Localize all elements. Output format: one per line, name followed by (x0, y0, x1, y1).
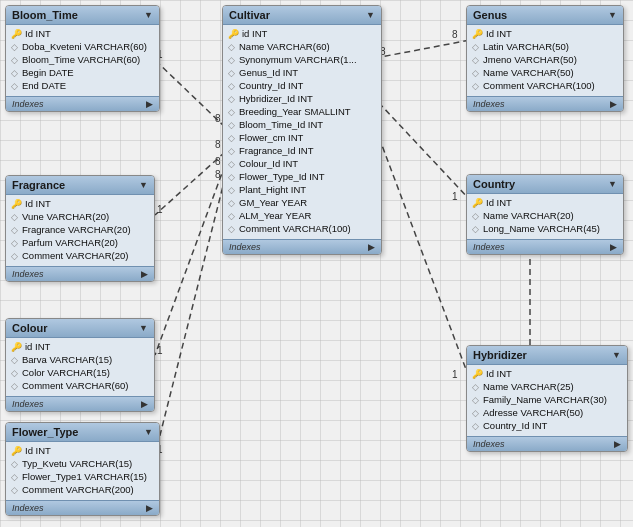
footer-indexes: Indexes (473, 99, 505, 109)
field-text: Family_Name VARCHAR(30) (483, 394, 607, 405)
colour-header-icon: ▼ (139, 323, 148, 333)
field-text: Flower_Type1 VARCHAR(15) (22, 471, 147, 482)
field-text: Country_Id INT (239, 80, 303, 91)
table-cultivar[interactable]: Cultivar ▼ 🔑id INT ◇Name VARCHAR(60) ◇Sy… (222, 5, 382, 255)
field-text: Flower_Type_Id INT (239, 171, 325, 182)
table-row: ◇Jmeno VARCHAR(50) (467, 53, 623, 66)
footer-indexes: Indexes (12, 99, 44, 109)
pk-icon: 🔑 (228, 29, 239, 39)
table-flower-type-title: Flower_Type (12, 426, 78, 438)
table-cultivar-footer[interactable]: Indexes ▶ (223, 239, 381, 254)
table-genus[interactable]: Genus ▼ 🔑Id INT ◇Latin VARCHAR(50) ◇Jmen… (466, 5, 624, 112)
table-flower-type[interactable]: Flower_Type ▼ 🔑Id INT ◇Typ_Kvetu VARCHAR… (5, 422, 160, 516)
fk-icon: ◇ (11, 459, 19, 469)
table-hybridizer-header: Hybridizer ▼ (467, 346, 627, 365)
table-colour[interactable]: Colour ▼ 🔑id INT ◇Barva VARCHAR(15) ◇Col… (5, 318, 155, 412)
fk-icon: ◇ (11, 55, 19, 65)
table-bloom-time-footer[interactable]: Indexes ▶ (6, 96, 159, 111)
table-row: 🔑Id INT (467, 27, 623, 40)
pk-icon: 🔑 (472, 29, 483, 39)
field-text: Bloom_Time_Id INT (239, 119, 323, 130)
table-flower-type-footer[interactable]: Indexes ▶ (6, 500, 159, 515)
fk-icon: ◇ (11, 42, 19, 52)
table-row: 🔑id INT (6, 340, 154, 353)
fk-icon: ◇ (11, 485, 19, 495)
field-text: id INT (242, 28, 267, 39)
bloom-time-header-icon: ▼ (144, 10, 153, 20)
table-fragrance-footer[interactable]: Indexes ▶ (6, 266, 154, 281)
table-row: ◇Latin VARCHAR(50) (467, 40, 623, 53)
field-text: Colour_Id INT (239, 158, 298, 169)
table-row: ◇Barva VARCHAR(15) (6, 353, 154, 366)
field-text: Barva VARCHAR(15) (22, 354, 112, 365)
fk-icon: ◇ (472, 421, 480, 431)
svg-line-18 (155, 178, 225, 455)
table-cultivar-header: Cultivar ▼ (223, 6, 381, 25)
field-text: GM_Year YEAR (239, 197, 307, 208)
table-row: ◇Name VARCHAR(25) (467, 380, 627, 393)
table-bloom-time[interactable]: Bloom_Time ▼ 🔑Id INT ◇Doba_Kveteni VARCH… (5, 5, 160, 112)
field-text: Name VARCHAR(60) (239, 41, 330, 52)
cultivar-header-icon: ▼ (366, 10, 375, 20)
table-fragrance-body: 🔑Id INT ◇Vune VARCHAR(20) ◇Fragrance VAR… (6, 195, 154, 264)
table-hybridizer-body: 🔑Id INT ◇Name VARCHAR(25) ◇Family_Name V… (467, 365, 627, 434)
fragrance-header-icon: ▼ (139, 180, 148, 190)
footer-indexes: Indexes (473, 439, 505, 449)
fk-icon: ◇ (228, 159, 236, 169)
fk-icon: ◇ (11, 225, 19, 235)
table-row: ◇Hybridizer_Id INT (223, 92, 381, 105)
table-colour-footer[interactable]: Indexes ▶ (6, 396, 154, 411)
field-text: ALM_Year YEAR (239, 210, 311, 221)
pk-icon: 🔑 (11, 29, 22, 39)
table-row: ◇GM_Year YEAR (223, 196, 381, 209)
footer-arrow: ▶ (146, 99, 153, 109)
table-row: ◇Parfum VARCHAR(20) (6, 236, 154, 249)
table-row: ◇Typ_Kvetu VARCHAR(15) (6, 457, 159, 470)
table-row: ◇Comment VARCHAR(100) (223, 222, 381, 235)
footer-indexes: Indexes (12, 399, 44, 409)
fk-icon: ◇ (11, 81, 19, 91)
genus-header-icon: ▼ (608, 10, 617, 20)
table-hybridizer-footer[interactable]: Indexes ▶ (467, 436, 627, 451)
table-row: ◇Comment VARCHAR(100) (467, 79, 623, 92)
table-genus-header: Genus ▼ (467, 6, 623, 25)
fk-icon: ◇ (228, 94, 236, 104)
table-row: ◇Fragrance_Id INT (223, 144, 381, 157)
footer-indexes: Indexes (473, 242, 505, 252)
table-row: ◇Family_Name VARCHAR(30) (467, 393, 627, 406)
table-hybridizer-title: Hybridizer (473, 349, 527, 361)
svg-text:8: 8 (215, 113, 221, 124)
field-text: id INT (25, 341, 50, 352)
field-text: Fragrance_Id INT (239, 145, 313, 156)
table-row: ◇Colour_Id INT (223, 157, 381, 170)
field-text: Breeding_Year SMALLINT (239, 106, 351, 117)
pk-icon: 🔑 (472, 369, 483, 379)
table-fragrance[interactable]: Fragrance ▼ 🔑Id INT ◇Vune VARCHAR(20) ◇F… (5, 175, 155, 282)
svg-line-12 (155, 152, 225, 215)
table-country[interactable]: Country ▼ 🔑Id INT ◇Name VARCHAR(20) ◇Lon… (466, 174, 624, 255)
table-cultivar-body: 🔑id INT ◇Name VARCHAR(60) ◇Synonymum VAR… (223, 25, 381, 237)
fk-icon: ◇ (472, 211, 480, 221)
table-row: ◇Country_Id INT (223, 79, 381, 92)
field-text: Plant_Hight INT (239, 184, 306, 195)
table-hybridizer[interactable]: Hybridizer ▼ 🔑Id INT ◇Name VARCHAR(25) ◇… (466, 345, 628, 452)
table-row: ◇Flower_cm INT (223, 131, 381, 144)
field-text: Vune VARCHAR(20) (22, 211, 109, 222)
table-genus-footer[interactable]: Indexes ▶ (467, 96, 623, 111)
fk-icon: ◇ (472, 42, 480, 52)
fk-icon: ◇ (228, 224, 236, 234)
table-row: ◇Name VARCHAR(50) (467, 66, 623, 79)
table-country-footer[interactable]: Indexes ▶ (467, 239, 623, 254)
field-text: Name VARCHAR(20) (483, 210, 574, 221)
pk-icon: 🔑 (11, 446, 22, 456)
table-genus-title: Genus (473, 9, 507, 21)
table-row: ◇Flower_Type1 VARCHAR(15) (6, 470, 159, 483)
table-row: ◇Plant_Hight INT (223, 183, 381, 196)
footer-arrow: ▶ (610, 242, 617, 252)
table-country-header: Country ▼ (467, 175, 623, 194)
table-row: ◇Country_Id INT (467, 419, 627, 432)
table-flower-type-header: Flower_Type ▼ (6, 423, 159, 442)
svg-text:1: 1 (157, 204, 163, 215)
fk-icon: ◇ (472, 395, 480, 405)
footer-indexes: Indexes (12, 503, 44, 513)
